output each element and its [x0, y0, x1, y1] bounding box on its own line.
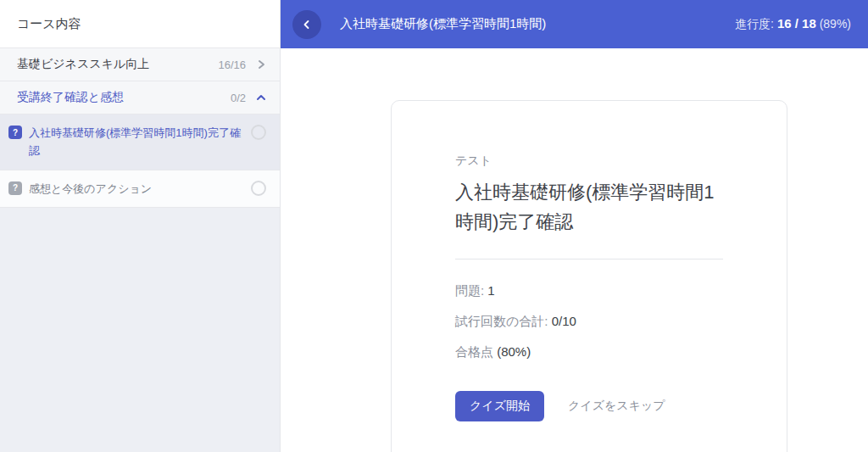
meta-value: 1: [487, 283, 494, 298]
quiz-actions: クイズ開始 クイズをスキップ: [455, 391, 723, 421]
sidebar-empty-area: [0, 208, 280, 452]
sidebar-item-label: 入社時基礎研修(標準学習時間1時間)完了確認: [29, 124, 244, 160]
sidebar-title: コース内容: [0, 0, 280, 48]
start-quiz-button[interactable]: クイズ開始: [455, 391, 544, 421]
quiz-title: 入社時基礎研修(標準学習時間1時間)完了確認: [455, 177, 723, 237]
lesson-topbar: 入社時基礎研修(標準学習時間1時間) 進行度: 16 / 18 (89%): [281, 0, 868, 48]
meta-value: (80%): [497, 344, 531, 359]
sidebar-section-basic-skills[interactable]: 基礎ビジネススキル向上 16/16: [0, 48, 280, 81]
meta-label: 合格点: [455, 344, 493, 359]
sidebar-section-completion[interactable]: 受講終了確認と感想 0/2: [0, 81, 280, 114]
sidebar-item-completion-quiz[interactable]: ? 入社時基礎研修(標準学習時間1時間)完了確認: [0, 114, 280, 170]
progress-percent: (89%): [820, 17, 851, 31]
back-button[interactable]: [292, 10, 321, 39]
section-label: 基礎ビジネススキル向上: [17, 57, 218, 72]
quiz-start-card: テスト 入社時基礎研修(標準学習時間1時間)完了確認 問題: 1 試行回数の合計…: [391, 100, 787, 452]
lesson-title: 入社時基礎研修(標準学習時間1時間): [340, 16, 735, 32]
card-divider: [455, 259, 723, 259]
quiz-attempts: 試行回数の合計: 0/10: [455, 314, 723, 330]
sidebar-item-feedback[interactable]: ? 感想と今後のアクション: [0, 170, 280, 208]
quiz-passing-score: 合格点 (80%): [455, 344, 723, 360]
meta-label: 試行回数の合計:: [455, 314, 548, 328]
section-label: 受講終了確認と感想: [17, 90, 231, 105]
skip-quiz-link[interactable]: クイズをスキップ: [568, 399, 665, 414]
incomplete-status-icon: [251, 181, 266, 196]
progress-label: 進行度:: [735, 17, 774, 31]
chevron-up-icon: [256, 92, 266, 103]
section-progress-count: 16/16: [218, 59, 246, 71]
chevron-right-icon: [256, 59, 266, 70]
chevron-left-icon: [301, 19, 313, 31]
main-area: 入社時基礎研修(標準学習時間1時間) 進行度: 16 / 18 (89%) テス…: [281, 0, 868, 452]
meta-value: 0/10: [552, 314, 576, 328]
quiz-question-icon: ?: [8, 181, 22, 195]
section-progress-count: 0/2: [231, 92, 246, 104]
incomplete-status-icon: [251, 125, 266, 140]
course-content-sidebar: コース内容 基礎ビジネススキル向上 16/16 受講終了確認と感想 0/2 ? …: [0, 0, 281, 452]
progress-indicator: 進行度: 16 / 18 (89%): [735, 16, 851, 32]
quiz-question-icon: ?: [8, 126, 22, 139]
sidebar-item-label: 感想と今後のアクション: [29, 180, 244, 198]
quiz-type-label: テスト: [455, 153, 723, 169]
progress-value: 16 / 18: [777, 16, 816, 31]
quiz-question-count: 問題: 1: [455, 283, 723, 299]
lesson-content: テスト 入社時基礎研修(標準学習時間1時間)完了確認 問題: 1 試行回数の合計…: [281, 48, 868, 452]
meta-label: 問題:: [455, 283, 484, 298]
